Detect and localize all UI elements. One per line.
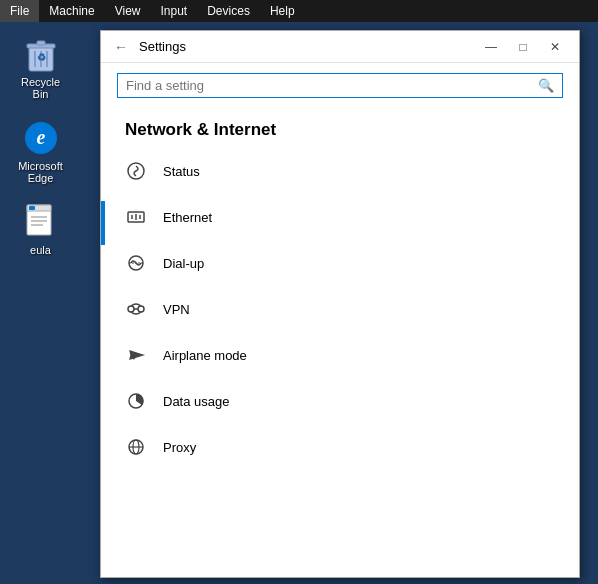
vpn-label: VPN [163,302,190,317]
nav-section: Network & Internet Status [105,108,579,577]
nav-item-status[interactable]: Status [105,148,579,194]
ethernet-label: Ethernet [163,210,212,225]
svg-rect-14 [29,206,35,210]
airplane-label: Airplane mode [163,348,247,363]
back-button[interactable]: ← [109,35,133,59]
svg-text:e: e [36,126,45,148]
search-icon: 🔍 [538,78,554,93]
nav-item-datausage[interactable]: Data usage [105,378,579,424]
content-wrapper: Network & Internet Status [101,108,579,577]
section-header: Network & Internet [105,108,579,148]
ethernet-icon [125,206,147,228]
edge-label: Microsoft Edge [12,160,69,184]
nav-items: Status Ethern [105,148,579,470]
nav-item-airplane[interactable]: Airplane mode [105,332,579,378]
search-input[interactable] [126,78,538,93]
taskbar: File Machine View Input Devices Help [0,0,598,22]
maximize-button[interactable]: □ [507,31,539,63]
settings-window: ← Settings — □ ✕ 🔍 [100,30,580,578]
menu-file[interactable]: File [0,0,39,22]
desktop-icon-eula[interactable]: eula [8,198,73,260]
desktop-icon-recycle-bin[interactable]: ♻ Recycle Bin [8,30,73,104]
edge-icon: e [21,118,61,158]
recycle-bin-icon: ♻ [21,34,61,74]
nav-item-dialup[interactable]: Dial-up [105,240,579,286]
menu-view[interactable]: View [105,0,151,22]
svg-rect-5 [37,41,45,45]
menu-help[interactable]: Help [260,0,305,22]
datausage-label: Data usage [163,394,230,409]
titlebar-controls: — □ ✕ [475,31,571,63]
recycle-bin-label: Recycle Bin [12,76,69,100]
dialup-icon [125,252,147,274]
close-button[interactable]: ✕ [539,31,571,63]
vpn-icon [125,298,147,320]
window-titlebar: ← Settings — □ ✕ [101,31,579,63]
proxy-label: Proxy [163,440,196,455]
desktop-icon-edge[interactable]: e Microsoft Edge [8,114,73,188]
menu-devices[interactable]: Devices [197,0,260,22]
desktop: File Machine View Input Devices Help [0,0,598,584]
status-icon [125,160,147,182]
svg-point-23 [138,306,144,312]
svg-point-22 [128,306,134,312]
datausage-icon [125,390,147,412]
nav-item-proxy[interactable]: Proxy [105,424,579,470]
proxy-icon [125,436,147,458]
search-input-wrapper: 🔍 [117,73,563,98]
desktop-icons: ♻ Recycle Bin e Microsoft Edge [8,30,73,260]
search-bar: 🔍 [101,63,579,108]
airplane-icon [125,344,147,366]
eula-label: eula [30,244,51,256]
minimize-button[interactable]: — [475,31,507,63]
nav-item-ethernet[interactable]: Ethernet [105,194,579,240]
svg-text:♻: ♻ [36,52,45,63]
dialup-label: Dial-up [163,256,204,271]
window-title: Settings [133,39,475,54]
nav-item-vpn[interactable]: VPN [105,286,579,332]
menu-input[interactable]: Input [151,0,198,22]
eula-icon [21,202,61,242]
status-label: Status [163,164,200,179]
taskbar-menu: File Machine View Input Devices Help [0,0,305,22]
menu-machine[interactable]: Machine [39,0,104,22]
